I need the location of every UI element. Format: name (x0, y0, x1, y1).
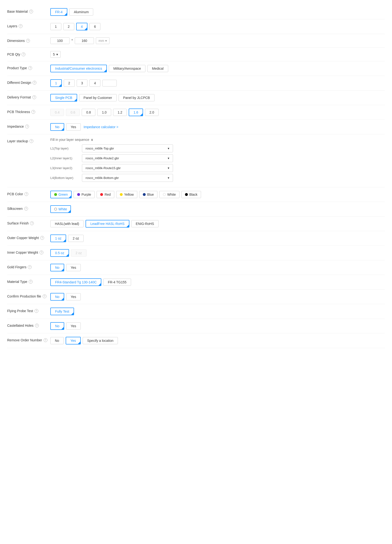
pcb-color-white-btn[interactable]: White (159, 191, 179, 198)
confirm-production-no-btn[interactable]: No (50, 293, 64, 301)
base-material-aluminum-btn[interactable]: Aluminum (69, 8, 93, 16)
layer-stackup-row: Layer stackup ? Fill in your layer seque… (7, 134, 385, 187)
product-type-military-btn[interactable]: Military/Aerospace (109, 65, 145, 72)
pcb-thickness-20-btn[interactable]: 2.0 (145, 109, 159, 116)
dimensions-help-icon[interactable]: ? (26, 39, 30, 43)
surface-finish-leadfree-btn[interactable]: LeadFree HASL-RoHS (86, 220, 129, 228)
layer-1-select[interactable]: rosco_m68k-Top.gbr ▾ (82, 144, 173, 152)
remove-order-number-yes-btn[interactable]: Yes (66, 337, 81, 344)
pcb-color-red-btn[interactable]: Red (97, 191, 114, 198)
surface-finish-label: Surface Finish ? (7, 220, 50, 225)
castellated-holes-no-btn[interactable]: No (50, 322, 64, 330)
pcb-color-black-btn[interactable]: Black (181, 191, 201, 198)
gold-fingers-help-icon[interactable]: ? (28, 265, 32, 269)
base-material-row: Base Material ? FR-4 Aluminum (7, 5, 385, 19)
layer-stackup-label: Layer stackup ? (7, 138, 50, 143)
outer-copper-help-icon[interactable]: ? (40, 236, 44, 240)
pcb-color-blue-btn[interactable]: Blue (139, 191, 157, 198)
dimensions-unit-select[interactable]: mm ▾ (96, 37, 109, 44)
pcb-color-purple-btn[interactable]: Purple (74, 191, 95, 198)
flying-probe-fully-btn[interactable]: Fully Test (50, 307, 74, 315)
black-dot (185, 193, 188, 196)
different-design-help-icon[interactable]: ? (33, 81, 36, 85)
gold-fingers-row: Gold Fingers ? No Yes (7, 260, 385, 275)
gold-fingers-no-btn[interactable]: No (50, 264, 64, 272)
outer-copper-2oz-btn[interactable]: 2 oz (68, 235, 83, 242)
inner-copper-05oz-btn[interactable]: 0.5 oz (50, 249, 69, 257)
remove-order-number-no-btn[interactable]: No (50, 337, 64, 344)
pcb-qty-help-icon[interactable]: ? (22, 53, 25, 56)
layer-4-select[interactable]: rosco_m68k-Bottom.gbr ▾ (82, 174, 173, 182)
impedance-calculator-link[interactable]: Impedance calculator > (83, 124, 119, 130)
product-type-help-icon[interactable]: ? (28, 66, 32, 70)
base-material-help-icon[interactable]: ? (29, 10, 33, 13)
impedance-help-icon[interactable]: ? (25, 124, 29, 128)
layer-2-select[interactable]: rosco_m68k-Route2.gbr ▾ (82, 154, 173, 162)
remove-order-number-help-icon[interactable]: ? (44, 338, 48, 342)
pcb-color-controls: Green Purple Red Yellow Blue White Black (50, 191, 385, 198)
layer-stackup-header[interactable]: Fill in your layer sequence ∨ (50, 138, 385, 142)
castellated-holes-label: Castellated Holes ? (7, 322, 50, 327)
castellated-holes-help-icon[interactable]: ? (35, 324, 39, 327)
pcb-color-yellow-btn[interactable]: Yellow (116, 191, 137, 198)
different-design-3-btn[interactable]: 3 (77, 80, 88, 87)
material-type-tg155-btn[interactable]: FR-4 TG155 (103, 278, 131, 286)
layer-stackup-help-icon[interactable]: ? (30, 139, 33, 143)
pcb-thickness-help-icon[interactable]: ? (31, 110, 35, 114)
pcb-thickness-08-btn[interactable]: 0.8 (82, 109, 95, 116)
gold-fingers-yes-btn[interactable]: Yes (66, 264, 81, 271)
layers-1-btn[interactable]: 1 (50, 23, 61, 30)
delivery-format-panel-jlcpcb-btn[interactable]: Panel by JLCPCB (119, 94, 154, 101)
product-type-medical-btn[interactable]: Medical (147, 65, 168, 72)
layers-4-btn[interactable]: 4 (76, 23, 88, 30)
material-type-label: Material Type ? (7, 278, 50, 284)
different-design-4-btn[interactable]: 4 (89, 80, 100, 87)
pcb-color-help-icon[interactable]: ? (24, 192, 28, 196)
different-design-row: Different Design ? 1 2 3 4 (7, 76, 385, 91)
impedance-no-btn[interactable]: No (50, 123, 64, 131)
remove-order-number-specify-btn[interactable]: Specify a location (83, 337, 118, 344)
delivery-format-panel-customer-btn[interactable]: Panel by Customer (79, 94, 117, 101)
layers-help-icon[interactable]: ? (19, 24, 23, 28)
flying-probe-row: Flying Probe Test ? Fully Test (7, 304, 385, 319)
material-type-standard-btn[interactable]: FR4-Standard Tg 130-140C (50, 278, 101, 286)
layers-2-btn[interactable]: 2 (63, 23, 74, 30)
outer-copper-1oz-btn[interactable]: 1 oz (50, 235, 66, 242)
layer-3-select[interactable]: rosco_m68k-Route15.gbr ▾ (82, 164, 173, 172)
impedance-label: Impedance ? (7, 123, 50, 128)
delivery-format-single-btn[interactable]: Single PCB (50, 94, 77, 101)
pcb-qty-select[interactable]: 5 ▾ (50, 51, 61, 58)
surface-finish-hasl-btn[interactable]: HASL(with lead) (50, 220, 84, 227)
layers-6-btn[interactable]: 6 (89, 23, 100, 30)
different-design-1-btn[interactable]: 1 (50, 79, 62, 87)
flying-probe-help-icon[interactable]: ? (35, 309, 38, 313)
dimensions-width-input[interactable] (50, 37, 70, 44)
delivery-format-row: Delivery Format ? Single PCB Panel by Cu… (7, 91, 385, 105)
dimensions-height-input[interactable] (75, 37, 94, 44)
pcb-thickness-06-btn: 0.6 (66, 109, 80, 116)
silkscreen-help-icon[interactable]: ? (24, 207, 28, 211)
castellated-holes-yes-btn[interactable]: Yes (66, 322, 81, 330)
different-design-custom-input[interactable] (102, 80, 117, 87)
pcb-color-green-btn[interactable]: Green (50, 191, 72, 198)
pcb-thickness-12-btn[interactable]: 1.2 (113, 109, 127, 116)
outer-copper-row: Outer Copper Weight ? 1 oz 2 oz (7, 231, 385, 246)
pcb-thickness-label: PCB Thickness ? (7, 108, 50, 114)
pcb-thickness-10-btn[interactable]: 1.0 (97, 109, 111, 116)
material-type-controls: FR4-Standard Tg 130-140C FR-4 TG155 (50, 278, 385, 286)
delivery-format-help-icon[interactable]: ? (32, 95, 36, 99)
green-dot (54, 193, 57, 196)
pcb-thickness-16-btn[interactable]: 1.6 (129, 108, 143, 116)
base-material-fr4-btn[interactable]: FR-4 (50, 8, 67, 16)
confirm-production-help-icon[interactable]: ? (43, 294, 47, 298)
silkscreen-white-btn[interactable]: White (50, 205, 71, 213)
different-design-label: Different Design ? (7, 79, 50, 85)
impedance-yes-btn[interactable]: Yes (66, 123, 81, 130)
material-type-help-icon[interactable]: ? (29, 280, 33, 284)
product-type-industrial-btn[interactable]: Industrial/Consumer electronics (50, 65, 107, 72)
surface-finish-enig-btn[interactable]: ENIG-RoHS (131, 220, 159, 227)
different-design-2-btn[interactable]: 2 (64, 80, 75, 87)
surface-finish-help-icon[interactable]: ? (30, 221, 34, 225)
inner-copper-help-icon[interactable]: ? (40, 251, 43, 254)
confirm-production-yes-btn[interactable]: Yes (66, 293, 81, 300)
